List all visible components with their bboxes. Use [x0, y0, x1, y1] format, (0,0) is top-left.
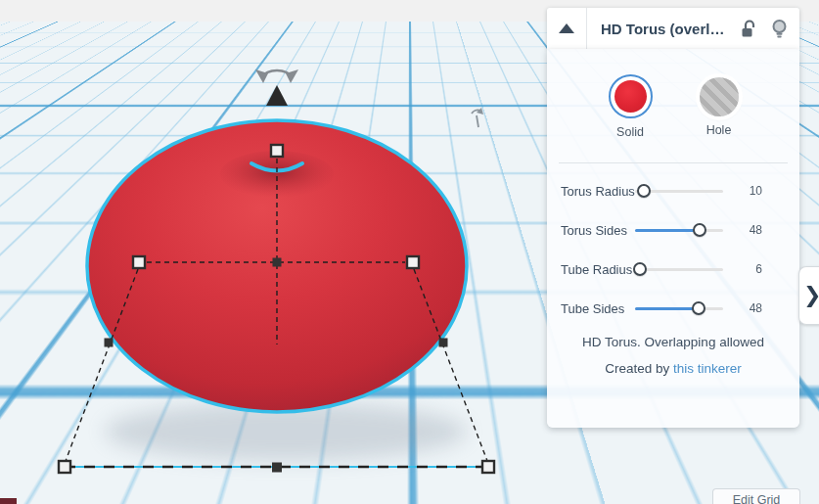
hole-swatch — [700, 77, 739, 116]
panel-divider — [559, 162, 788, 163]
front-mid-handle[interactable] — [272, 463, 282, 473]
solid-color-swatch — [614, 80, 647, 113]
slider-track — [635, 268, 723, 271]
slider-handle[interactable] — [692, 301, 705, 315]
solid-label: Solid — [616, 125, 644, 139]
back-left-handle[interactable] — [105, 339, 114, 347]
tube-sides-slider[interactable] — [635, 300, 723, 316]
solid-swatch-selected-ring[interactable] — [609, 74, 653, 118]
tube-radius-label: Tube Radius — [561, 262, 635, 277]
tinkerer-link[interactable]: this tinkerer — [673, 361, 742, 376]
slider-row-tube-sides: Tube Sides 48 — [547, 289, 799, 328]
shape-description: HD Torus. Overlapping allowed Created by… — [547, 333, 799, 379]
shape-description-line1: HD Torus. Overlapping allowed — [547, 333, 799, 352]
slider-handle[interactable] — [633, 262, 647, 276]
slider-fill — [635, 229, 700, 232]
panel-toggle-tab[interactable]: ❯ — [798, 266, 819, 325]
torus-sides-label: Torus Sides — [561, 223, 635, 238]
shape-panel-title: HD Torus (overl… — [587, 21, 741, 37]
solid-option[interactable]: Solid — [609, 74, 653, 139]
shape-description-line2: Created by this tinkerer — [547, 359, 799, 379]
rotate-arrow-icon[interactable] — [255, 69, 298, 83]
torus-radius-label: Torus Radius — [561, 184, 635, 199]
torus-radius-value: 10 — [723, 184, 786, 198]
slider-row-torus-sides: Torus Sides 48 — [547, 210, 799, 250]
tube-radius-value: 6 — [723, 262, 786, 276]
hole-option[interactable]: Hole — [700, 74, 739, 139]
created-by-text: Created by — [605, 361, 673, 376]
torus-sides-slider[interactable] — [635, 222, 723, 238]
left-scale-handle[interactable] — [133, 256, 145, 268]
bottom-right-scale-handle[interactable] — [482, 461, 494, 473]
torus-radius-slider[interactable] — [635, 183, 723, 199]
slider-fill — [635, 307, 699, 310]
chevron-right-icon: ❯ — [803, 285, 819, 306]
tube-sides-value: 48 — [723, 301, 786, 315]
tinkercad-workspace: HD Torus (overl… Solid Hole — [0, 0, 819, 504]
offscreen-shape-fragment — [0, 498, 17, 504]
center-handle[interactable] — [273, 258, 282, 267]
slider-row-torus-radius: Torus Radius 10 — [547, 171, 799, 210]
right-scale-handle[interactable] — [407, 256, 419, 268]
panel-collapse-button[interactable] — [547, 8, 587, 49]
hole-label: Hole — [706, 123, 732, 137]
slider-handle[interactable] — [637, 184, 651, 198]
lightbulb-icon[interactable] — [771, 19, 788, 39]
unlock-icon[interactable] — [741, 20, 757, 38]
edit-grid-button[interactable]: Edit Grid — [712, 488, 800, 504]
slider-row-tube-radius: Tube Radius 6 — [547, 250, 799, 289]
top-scale-handle[interactable] — [271, 145, 283, 157]
back-right-handle[interactable] — [439, 339, 448, 347]
rotate-cursor-icon — [472, 108, 483, 127]
material-selector: Solid Hole — [547, 49, 799, 139]
height-cone-handle[interactable] — [266, 85, 288, 106]
torus-sides-value: 48 — [723, 223, 786, 237]
shape-panel-header: HD Torus (overl… — [547, 8, 799, 49]
slider-handle[interactable] — [693, 223, 706, 237]
tube-sides-label: Tube Sides — [561, 301, 635, 316]
shape-panel-body: Solid Hole Torus Radius 10 Torus Sides — [547, 49, 799, 428]
bottom-left-scale-handle[interactable] — [59, 461, 70, 473]
triangle-up-icon — [559, 23, 574, 33]
tube-radius-slider[interactable] — [635, 261, 723, 277]
